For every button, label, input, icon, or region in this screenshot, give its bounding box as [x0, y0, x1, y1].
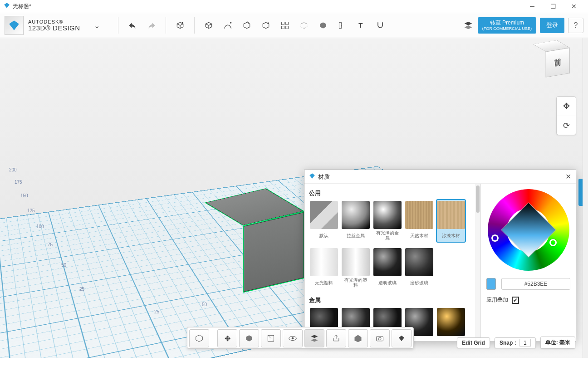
color-panel: 应用叠加 ✔	[480, 184, 576, 342]
svg-point-11	[292, 337, 294, 340]
sv-handle[interactable]	[549, 239, 557, 246]
bb-materials-icon[interactable]	[304, 329, 324, 347]
material-matte-plastic[interactable]: 无光塑料	[309, 246, 339, 290]
bb-scale-icon[interactable]	[239, 329, 259, 347]
edit-grid-button[interactable]: Edit Grid	[457, 337, 490, 348]
bb-rotate-icon[interactable]	[261, 329, 281, 347]
section-common: 公用	[309, 189, 474, 197]
login-button[interactable]: 登录	[540, 18, 564, 33]
undo-button[interactable]	[125, 18, 140, 33]
side-panel-toggle[interactable]	[578, 179, 583, 206]
svg-point-2	[267, 22, 269, 24]
bb-extrude-icon[interactable]	[189, 329, 209, 347]
dialog-logo-icon	[309, 173, 315, 181]
main-toolbar: AUTODESK® 123D® DESIGN ⌄ T 转至 Premium (F…	[0, 13, 588, 38]
svg-rect-13	[377, 337, 383, 341]
app-logo[interactable]: AUTODESK® 123D® DESIGN ⌄	[5, 16, 100, 35]
help-button[interactable]: ?	[568, 18, 583, 33]
material-shiny-plastic[interactable]: 有光泽的塑料	[341, 246, 371, 290]
view-controls: ✥ ⟳	[556, 96, 576, 135]
vertical-scrollbar[interactable]	[583, 38, 588, 358]
color-triangle[interactable]	[501, 202, 556, 258]
units-control[interactable]: 单位: 毫米	[540, 337, 575, 349]
bb-export-icon[interactable]	[326, 329, 346, 347]
status-bar: Edit Grid Snap : 1 单位: 毫米	[457, 337, 575, 349]
bb-down-icon[interactable]	[392, 329, 412, 347]
text-tool-icon[interactable]: T	[353, 18, 369, 33]
axis-label: 150	[20, 193, 28, 198]
sketch-tool-icon[interactable]	[220, 18, 235, 33]
overlay-label: 应用叠加	[486, 296, 508, 304]
svg-rect-5	[281, 26, 284, 29]
close-button[interactable]: ✕	[564, 0, 584, 13]
bb-move-icon[interactable]: ✥	[217, 329, 237, 347]
bb-visibility-icon[interactable]	[283, 329, 303, 347]
dialog-title: 材质	[318, 173, 330, 181]
svg-point-1	[230, 22, 231, 24]
titlebar: 无标题* ─ ☐ ✕	[0, 0, 588, 13]
material-natural-wood[interactable]: 天然木材	[404, 199, 434, 243]
app-menu-chevron-icon[interactable]: ⌄	[94, 21, 100, 30]
material-frosted-glass[interactable]: 磨砂玻璃	[404, 246, 434, 290]
orbit-icon[interactable]: ⟳	[557, 116, 576, 135]
svg-rect-4	[285, 22, 288, 25]
dialog-close-icon[interactable]: ✕	[565, 172, 571, 181]
axis-label: 200	[9, 167, 17, 172]
svg-text:T: T	[358, 21, 363, 29]
color-wheel[interactable]	[488, 189, 569, 271]
brand-line2: 123D® DESIGN	[28, 24, 80, 31]
overlay-checkbox[interactable]: ✔	[512, 297, 519, 304]
svg-marker-12	[355, 335, 362, 342]
bb-solid-icon[interactable]	[348, 329, 368, 347]
premium-line2: (FOR COMMERCIAL USE)	[482, 26, 532, 31]
dialog-titlebar[interactable]: 材质 ✕	[304, 170, 576, 184]
svg-rect-6	[285, 26, 288, 29]
construct-tool-icon[interactable]	[239, 18, 255, 33]
color-preview	[486, 278, 496, 290]
material-shiny-metal[interactable]: 有光泽的金属	[372, 199, 402, 243]
material-clear-glass[interactable]: 透明玻璃	[372, 246, 402, 290]
material-brushed-metal[interactable]: 拉丝金属	[341, 199, 371, 243]
section-metal: 金属	[309, 296, 474, 304]
snap-value[interactable]: 1	[519, 339, 531, 347]
viewport[interactable]: 200 175 150 125 100 75 50 25 25 50 左 前 ✥…	[0, 38, 583, 358]
pattern-tool-icon[interactable]	[277, 18, 293, 33]
premium-button[interactable]: 转至 Premium (FOR COMMERCIAL USE)	[478, 17, 536, 33]
material-metal-5[interactable]	[436, 306, 466, 338]
svg-rect-3	[281, 22, 284, 25]
premium-line1: 转至 Premium	[482, 20, 532, 26]
hex-input[interactable]	[501, 278, 570, 290]
selected-cube[interactable]	[224, 199, 289, 285]
materials-scrollbar[interactable]	[475, 184, 480, 342]
hue-handle[interactable]	[491, 234, 499, 242]
layers-icon[interactable]	[461, 18, 476, 33]
modify-tool-icon[interactable]	[258, 18, 274, 33]
materials-list: 公用 默认 拉丝金属 有光泽的金属 天然木材 涂漆木材 无光塑料 有光泽的塑料 …	[304, 184, 475, 342]
snap-tool-icon[interactable]	[372, 18, 388, 33]
axis-label: 100	[36, 224, 44, 229]
combine-tool-icon[interactable]	[315, 18, 331, 33]
axis-label: 125	[27, 208, 35, 213]
window-title: 无标题*	[13, 3, 522, 10]
minimize-button[interactable]: ─	[522, 0, 543, 13]
materials-dialog: 材质 ✕ 公用 默认 拉丝金属 有光泽的金属 天然木材 涂漆木材 无光塑料 有光…	[304, 170, 576, 342]
view-cube[interactable]: 左 前	[539, 43, 571, 81]
axis-label: 175	[15, 180, 22, 185]
viewcube-front[interactable]: 前	[546, 48, 570, 78]
app-logo-icon	[4, 2, 10, 10]
pan-icon[interactable]: ✥	[557, 97, 576, 116]
redo-button[interactable]	[144, 18, 159, 33]
snap-control[interactable]: Snap : 1	[495, 337, 536, 348]
axis-label: 50	[61, 263, 66, 268]
axis-label: 25	[154, 309, 159, 314]
measure-tool-icon[interactable]	[334, 18, 350, 33]
cube-tool-icon[interactable]	[201, 18, 216, 33]
bb-camera-icon[interactable]	[370, 329, 390, 347]
material-default[interactable]: 默认	[309, 199, 339, 243]
primitives-button[interactable]	[172, 18, 188, 33]
material-painted-wood[interactable]: 涂漆木材	[436, 199, 466, 243]
axis-label: 50	[202, 302, 207, 307]
maximize-button[interactable]: ☐	[543, 0, 564, 13]
group-tool-icon[interactable]	[296, 18, 312, 33]
axis-label: 75	[48, 242, 53, 247]
